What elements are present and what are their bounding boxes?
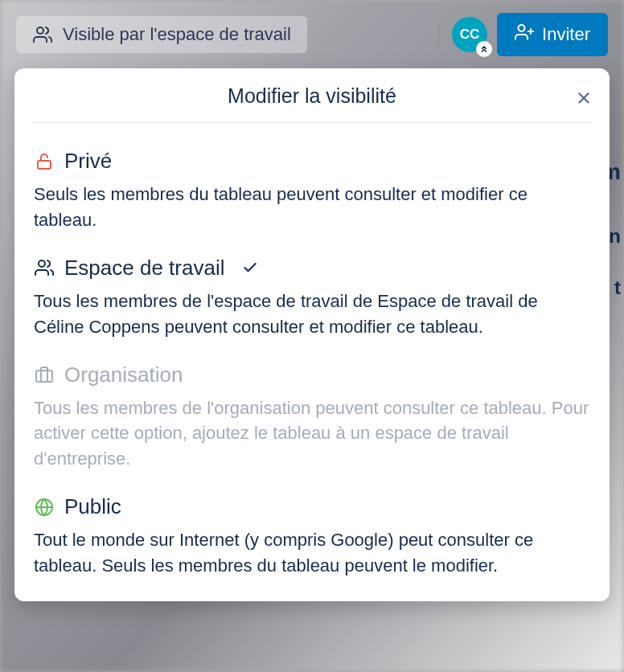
svg-rect-8	[36, 371, 52, 382]
visibility-option-public[interactable]: Public Tout le monde sur Internet (y com…	[34, 494, 590, 579]
close-button[interactable]	[571, 86, 597, 112]
people-icon	[34, 257, 55, 278]
lock-icon	[34, 151, 55, 172]
invite-button[interactable]: Inviter	[497, 13, 608, 56]
option-description: Seuls les membres du tableau peuvent con…	[34, 182, 590, 233]
avatar[interactable]: CC	[452, 17, 487, 52]
user-plus-icon	[515, 23, 534, 47]
header-separator	[438, 23, 439, 47]
visibility-modal: Modifier la visibilité Privé	[14, 68, 610, 601]
option-title: Privé	[64, 149, 112, 174]
svg-point-7	[39, 260, 45, 267]
option-description: Tout le monde sur Internet (y compris Go…	[34, 527, 590, 579]
visibility-option-workspace[interactable]: Espace de travail Tous les membres de l'…	[34, 256, 590, 340]
svg-point-1	[519, 25, 525, 31]
option-description: Tous les membres de l'organisation peuve…	[34, 395, 590, 473]
modal-title: Modifier la visibilité	[228, 84, 396, 108]
modal-body: Privé Seuls les membres du tableau peuve…	[14, 123, 610, 601]
close-icon	[575, 89, 593, 109]
option-description: Tous les membres de l'espace de travail …	[34, 289, 590, 340]
modal-header: Modifier la visibilité	[14, 68, 610, 122]
visibility-option-private[interactable]: Privé Seuls les membres du tableau peuve…	[34, 149, 590, 233]
svg-rect-6	[38, 161, 51, 169]
briefcase-icon	[34, 364, 55, 385]
visibility-chip-label: Visible par l'espace de travail	[63, 24, 291, 45]
visibility-chip[interactable]: Visible par l'espace de travail	[16, 16, 307, 53]
option-title: Public	[64, 494, 121, 519]
avatar-chevrons-icon	[476, 41, 492, 57]
visibility-option-organization: Organisation Tous les membres de l'organ…	[34, 363, 590, 473]
invite-button-label: Inviter	[542, 24, 590, 45]
board-header: Visible par l'espace de travail CC Invit…	[16, 13, 608, 56]
option-title: Espace de travail	[64, 256, 224, 281]
avatar-initials: CC	[460, 27, 480, 43]
svg-point-0	[37, 27, 43, 34]
check-icon	[240, 260, 260, 276]
globe-icon	[34, 497, 55, 518]
people-icon	[32, 24, 53, 45]
option-title: Organisation	[64, 363, 183, 387]
